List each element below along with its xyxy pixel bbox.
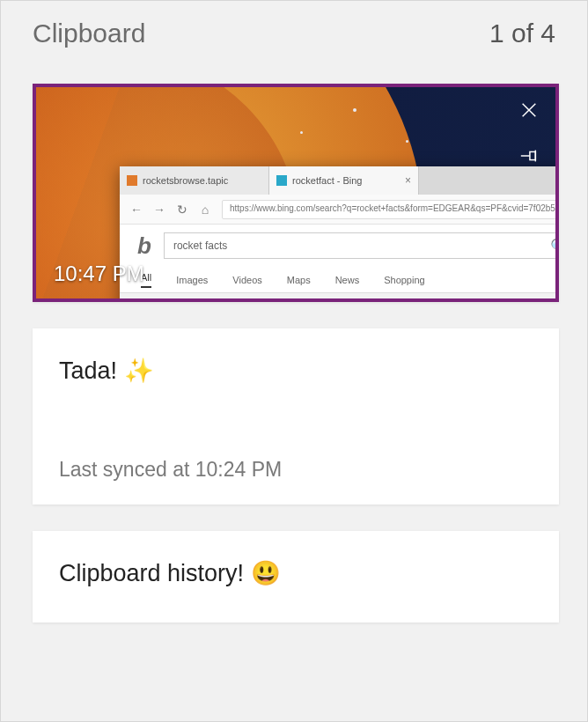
close-icon[interactable] [515,96,543,124]
browser-window-preview: rocketsbrowse.tapic rocketfact - Bing× ←… [120,166,559,302]
clipboard-text: Clipboard history! [59,560,244,587]
clipboard-item-text[interactable]: Clipboard history! 😃 [33,531,559,623]
sparkles-icon: ✨ [124,357,154,385]
clipboard-text-content: Clipboard history! 😃 [59,559,533,587]
item-counter: 1 of 4 [489,18,555,48]
svg-rect-3 [530,151,535,159]
clipboard-list[interactable]: rocketsbrowse.tapic rocketfact - Bing× ←… [1,57,584,721]
pin-icon[interactable] [515,142,543,170]
clipboard-panel: Clipboard 1 of 4 rocketsbrowse.tapic roc… [0,0,588,722]
clipboard-text: Tada! [59,357,117,385]
panel-header: Clipboard 1 of 4 [1,1,587,57]
clipboard-item-text[interactable]: Tada! ✨ Last synced at 10:24 PM [33,328,559,505]
item-actions [515,96,543,170]
item-timestamp: 10:47 PM [54,262,144,286]
panel-title: Clipboard [33,18,145,48]
sync-status: Last synced at 10:24 PM [59,387,533,482]
clipboard-text-content: Tada! ✨ [59,357,533,385]
smile-icon: 😃 [251,559,281,587]
clipboard-item-image[interactable]: rocketsbrowse.tapic rocketfact - Bing× ←… [33,84,559,302]
